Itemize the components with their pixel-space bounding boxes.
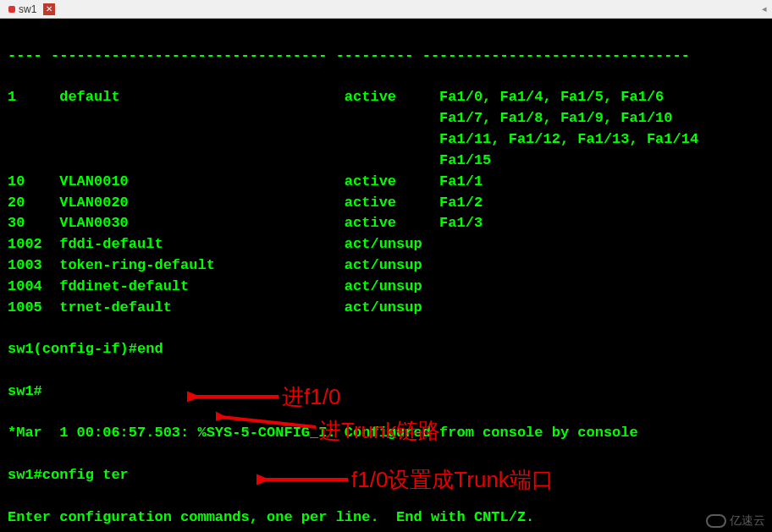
table-row: 1003 token-ring-default act/unsup	[8, 255, 764, 277]
line-end: sw1(config-if)#end	[8, 339, 764, 360]
tab-sw1[interactable]: sw1 ✕	[3, 2, 60, 17]
watermark: 亿速云	[706, 513, 765, 529]
tab-title: sw1	[19, 3, 36, 15]
terminal-output[interactable]: ---- -------------------------------- --…	[0, 19, 772, 532]
table-row: 10 VLAN0010 active Fa1/1	[8, 172, 764, 193]
tab-status-dot	[8, 6, 15, 13]
table-row: Fa1/11, Fa1/12, Fa1/13, Fa1/14	[8, 129, 764, 151]
table-row: 1 default active Fa1/0, Fa1/4, Fa1/5, Fa…	[8, 87, 764, 108]
cloud-icon	[706, 514, 726, 528]
table-row: Fa1/7, Fa1/8, Fa1/9, Fa1/10	[8, 108, 764, 129]
table-row: 1004 fddinet-default act/unsup	[8, 277, 764, 298]
tab-bar-menu-icon[interactable]: ◂	[762, 3, 772, 14]
close-icon[interactable]: ✕	[43, 3, 55, 15]
line-config-ter: sw1#config ter	[8, 465, 764, 486]
watermark-text: 亿速云	[730, 513, 765, 529]
table-row: 20 VLAN0020 active Fa1/2	[8, 193, 764, 214]
table-row: 1005 trnet-default act/unsup	[8, 298, 764, 319]
dash-line: ---- -------------------------------- --…	[8, 46, 764, 67]
table-row: Fa1/15	[8, 151, 764, 172]
tab-bar: sw1 ✕ ◂	[0, 0, 772, 19]
vlan-table: 1 default active Fa1/0, Fa1/4, Fa1/5, Fa…	[8, 87, 764, 318]
table-row: 30 VLAN0030 active Fa1/3	[8, 213, 764, 234]
table-row: 1002 fddi-default act/unsup	[8, 234, 764, 255]
line-prompt: sw1#	[8, 381, 764, 403]
line-syslog: *Mar 1 00:06:57.503: %SYS-5-CONFIG_I: Co…	[8, 423, 764, 444]
line-enter-cfg: Enter configuration commands, one per li…	[8, 507, 764, 529]
